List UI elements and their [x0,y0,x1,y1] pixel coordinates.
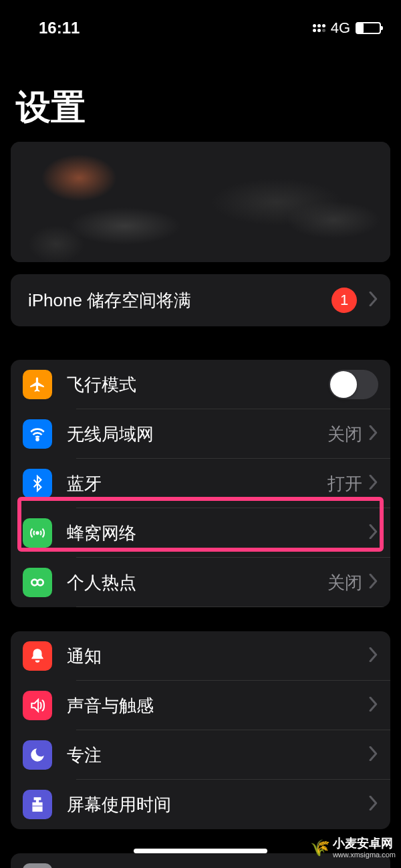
focus-row[interactable]: 专注 [11,730,390,780]
svg-point-0 [37,439,39,441]
cellular-icon [23,518,52,548]
sounds-row[interactable]: 声音与触感 [11,681,390,730]
sounds-icon [23,691,52,720]
watermark-url: www.xmsigma.com [333,851,396,859]
redaction-overlay [11,142,390,262]
bluetooth-label: 蓝牙 [67,472,327,496]
cellular-label: 蜂窝网络 [67,522,369,545]
notifications-label: 通知 [67,645,369,668]
gear-icon [23,863,52,868]
chevron-right-icon [369,697,378,714]
focus-icon [23,740,52,770]
watermark: 🌾 小麦安卓网 www.xmsigma.com [310,837,396,859]
chevron-right-icon [369,524,378,542]
home-indicator[interactable] [134,849,267,853]
wifi-icon [23,419,52,449]
storage-notice-label: iPhone 储存空间将满 [28,289,331,312]
airplane-icon [23,370,52,399]
apple-id-profile[interactable] [11,142,390,262]
storage-notice-row[interactable]: iPhone 储存空间将满 1 [11,274,390,326]
airplane-label: 飞行模式 [67,373,329,397]
chevron-right-icon [369,746,378,764]
preferences-section: 通知 声音与触感 专注 屏幕使用时间 [11,631,390,829]
storage-notice-section: iPhone 储存空间将满 1 [11,274,390,326]
wifi-row[interactable]: 无线局域网 关闭 [11,409,390,459]
page-title: 设置 [0,44,401,142]
chevron-right-icon [369,647,378,665]
screentime-label: 屏幕使用时间 [67,793,369,817]
chevron-right-icon [369,574,378,591]
airplane-toggle[interactable] [329,370,378,399]
focus-label: 专注 [67,744,369,767]
notification-badge: 1 [331,288,357,313]
screentime-row[interactable]: 屏幕使用时间 [11,780,390,829]
bluetooth-value: 打开 [327,472,362,496]
battery-icon [356,22,381,34]
svg-point-1 [36,532,38,534]
cellular-row[interactable]: 蜂窝网络 [11,508,390,558]
network-type: 4G [331,19,350,37]
chevron-right-icon [369,292,378,309]
sounds-label: 声音与触感 [67,694,369,718]
notifications-icon [23,641,52,671]
hotspot-value: 关闭 [327,571,362,594]
bluetooth-icon [23,469,52,498]
status-time: 16:11 [39,19,80,37]
bluetooth-row[interactable]: 蓝牙 打开 [11,459,390,508]
hotspot-icon [23,568,52,597]
airplane-mode-row[interactable]: 飞行模式 [11,360,390,409]
notifications-row[interactable]: 通知 [11,631,390,681]
hotspot-row[interactable]: 个人热点 关闭 [11,558,390,607]
wifi-value: 关闭 [327,423,362,446]
chevron-right-icon [369,796,378,813]
chevron-right-icon [369,475,378,492]
signal-icon [313,24,325,32]
status-right: 4G [313,19,381,37]
watermark-name: 小麦安卓网 [333,837,396,851]
status-bar: 16:11 4G [0,0,401,44]
connectivity-section: 飞行模式 无线局域网 关闭 蓝牙 打开 蜂窝网络 [11,360,390,607]
screentime-icon [23,790,52,819]
chevron-right-icon [369,425,378,443]
hotspot-label: 个人热点 [67,571,327,594]
wifi-label: 无线局域网 [67,423,327,446]
svg-point-3 [37,580,43,586]
watermark-logo-icon: 🌾 [310,840,330,856]
